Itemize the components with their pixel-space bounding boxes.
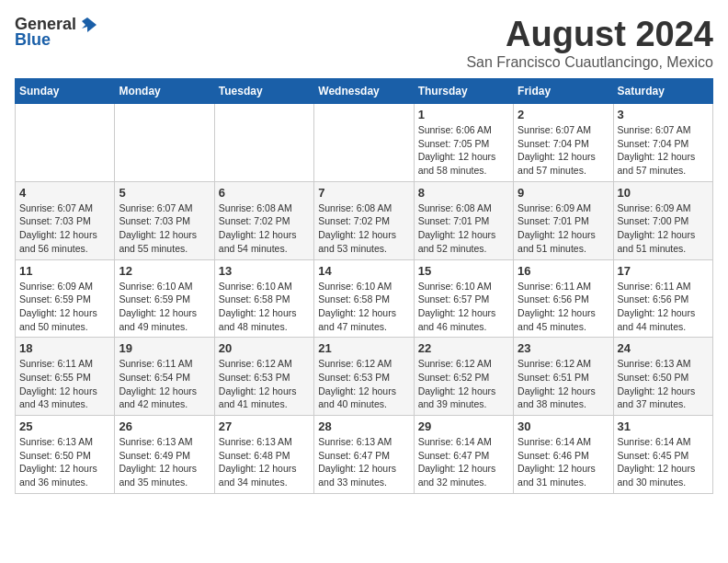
day-number: 16 — [518, 264, 609, 278]
calendar-week-3: 11Sunrise: 6:09 AMSunset: 6:59 PMDayligh… — [16, 259, 713, 338]
day-number: 10 — [618, 186, 709, 200]
day-info: Sunrise: 6:10 AMSunset: 6:59 PMDaylight:… — [119, 280, 210, 334]
day-number: 4 — [19, 186, 110, 200]
calendar-cell: 3Sunrise: 6:07 AMSunset: 7:04 PMDaylight… — [613, 104, 712, 182]
calendar-cell: 20Sunrise: 6:12 AMSunset: 6:53 PMDayligh… — [214, 338, 313, 416]
day-number: 5 — [119, 186, 210, 200]
day-number: 25 — [19, 419, 110, 433]
day-number: 28 — [318, 419, 409, 433]
calendar-cell: 18Sunrise: 6:11 AMSunset: 6:55 PMDayligh… — [16, 338, 115, 416]
day-info: Sunrise: 6:10 AMSunset: 6:58 PMDaylight:… — [318, 280, 409, 334]
calendar-cell: 23Sunrise: 6:12 AMSunset: 6:51 PMDayligh… — [514, 338, 613, 416]
day-info: Sunrise: 6:12 AMSunset: 6:53 PMDaylight:… — [219, 357, 310, 411]
calendar-cell: 14Sunrise: 6:10 AMSunset: 6:58 PMDayligh… — [314, 259, 414, 338]
svg-marker-0 — [82, 17, 97, 32]
day-info: Sunrise: 6:08 AMSunset: 7:01 PMDaylight:… — [418, 201, 509, 256]
day-number: 9 — [518, 186, 609, 200]
logo-bird-icon — [78, 16, 97, 34]
calendar-cell: 12Sunrise: 6:10 AMSunset: 6:59 PMDayligh… — [115, 259, 214, 338]
day-number: 19 — [119, 341, 210, 355]
calendar-cell: 6Sunrise: 6:08 AMSunset: 7:02 PMDaylight… — [214, 181, 313, 259]
day-info: Sunrise: 6:12 AMSunset: 6:53 PMDaylight:… — [318, 357, 409, 411]
calendar-cell: 21Sunrise: 6:12 AMSunset: 6:53 PMDayligh… — [314, 338, 414, 416]
calendar-cell: 9Sunrise: 6:09 AMSunset: 7:01 PMDaylight… — [514, 181, 613, 259]
day-number: 31 — [618, 419, 709, 433]
col-header-monday: Monday — [115, 79, 214, 104]
calendar-location: San Francisco Cuautlancingo, Mexico — [466, 54, 713, 71]
col-header-tuesday: Tuesday — [214, 79, 313, 104]
day-number: 27 — [219, 419, 310, 433]
col-header-friday: Friday — [514, 79, 613, 104]
day-info: Sunrise: 6:14 AMSunset: 6:45 PMDaylight:… — [618, 435, 709, 489]
day-info: Sunrise: 6:08 AMSunset: 7:02 PMDaylight:… — [219, 201, 310, 256]
day-info: Sunrise: 6:10 AMSunset: 6:57 PMDaylight:… — [418, 280, 509, 334]
day-number: 14 — [318, 264, 409, 278]
calendar-week-4: 18Sunrise: 6:11 AMSunset: 6:55 PMDayligh… — [16, 338, 713, 416]
calendar-cell: 2Sunrise: 6:07 AMSunset: 7:04 PMDaylight… — [514, 104, 613, 182]
calendar-cell: 30Sunrise: 6:14 AMSunset: 6:46 PMDayligh… — [514, 416, 613, 494]
day-info: Sunrise: 6:12 AMSunset: 6:52 PMDaylight:… — [418, 357, 509, 411]
logo: General Blue — [15, 15, 97, 50]
day-number: 1 — [418, 108, 509, 121]
day-info: Sunrise: 6:06 AMSunset: 7:05 PMDaylight:… — [418, 123, 509, 178]
calendar-cell: 24Sunrise: 6:13 AMSunset: 6:50 PMDayligh… — [613, 338, 712, 416]
day-info: Sunrise: 6:07 AMSunset: 7:04 PMDaylight:… — [618, 123, 709, 178]
day-number: 17 — [618, 264, 709, 278]
calendar-cell — [314, 104, 414, 182]
day-number: 8 — [418, 186, 509, 200]
day-info: Sunrise: 6:11 AMSunset: 6:55 PMDaylight:… — [19, 357, 110, 411]
calendar-title: August 2024 — [466, 15, 713, 54]
calendar-cell: 4Sunrise: 6:07 AMSunset: 7:03 PMDaylight… — [16, 181, 115, 259]
calendar-cell: 5Sunrise: 6:07 AMSunset: 7:03 PMDaylight… — [115, 181, 214, 259]
day-number: 12 — [119, 264, 210, 278]
logo-blue-text: Blue — [15, 30, 51, 50]
day-info: Sunrise: 6:14 AMSunset: 6:46 PMDaylight:… — [518, 435, 609, 489]
day-number: 15 — [418, 264, 509, 278]
day-info: Sunrise: 6:13 AMSunset: 6:50 PMDaylight:… — [618, 357, 709, 411]
day-info: Sunrise: 6:09 AMSunset: 6:59 PMDaylight:… — [19, 280, 110, 334]
calendar-week-2: 4Sunrise: 6:07 AMSunset: 7:03 PMDaylight… — [16, 181, 713, 259]
day-info: Sunrise: 6:09 AMSunset: 7:01 PMDaylight:… — [518, 201, 609, 256]
day-info: Sunrise: 6:07 AMSunset: 7:03 PMDaylight:… — [119, 201, 210, 256]
day-number: 3 — [618, 108, 709, 121]
day-number: 26 — [119, 419, 210, 433]
calendar-header-row: SundayMondayTuesdayWednesdayThursdayFrid… — [16, 79, 713, 104]
calendar-table: SundayMondayTuesdayWednesdayThursdayFrid… — [15, 78, 713, 494]
calendar-week-1: 1Sunrise: 6:06 AMSunset: 7:05 PMDaylight… — [16, 104, 713, 182]
calendar-cell: 17Sunrise: 6:11 AMSunset: 6:56 PMDayligh… — [613, 259, 712, 338]
col-header-sunday: Sunday — [16, 79, 115, 104]
page-header: General Blue August 2024 San Francisco C… — [15, 15, 713, 71]
calendar-cell: 26Sunrise: 6:13 AMSunset: 6:49 PMDayligh… — [115, 416, 214, 494]
day-number: 21 — [318, 341, 409, 355]
day-number: 2 — [518, 108, 609, 121]
day-info: Sunrise: 6:09 AMSunset: 7:00 PMDaylight:… — [618, 201, 709, 256]
calendar-cell: 19Sunrise: 6:11 AMSunset: 6:54 PMDayligh… — [115, 338, 214, 416]
day-number: 29 — [418, 419, 509, 433]
col-header-wednesday: Wednesday — [314, 79, 414, 104]
day-info: Sunrise: 6:13 AMSunset: 6:47 PMDaylight:… — [318, 435, 409, 489]
day-number: 22 — [418, 341, 509, 355]
col-header-saturday: Saturday — [613, 79, 712, 104]
day-number: 30 — [518, 419, 609, 433]
day-info: Sunrise: 6:10 AMSunset: 6:58 PMDaylight:… — [219, 280, 310, 334]
calendar-cell: 13Sunrise: 6:10 AMSunset: 6:58 PMDayligh… — [214, 259, 313, 338]
calendar-cell: 27Sunrise: 6:13 AMSunset: 6:48 PMDayligh… — [214, 416, 313, 494]
day-number: 23 — [518, 341, 609, 355]
day-number: 18 — [19, 341, 110, 355]
title-section: August 2024 San Francisco Cuautlancingo,… — [466, 15, 713, 71]
calendar-cell: 1Sunrise: 6:06 AMSunset: 7:05 PMDaylight… — [414, 104, 513, 182]
day-info: Sunrise: 6:08 AMSunset: 7:02 PMDaylight:… — [318, 201, 409, 256]
day-info: Sunrise: 6:11 AMSunset: 6:56 PMDaylight:… — [518, 280, 609, 334]
day-number: 24 — [618, 341, 709, 355]
calendar-cell: 16Sunrise: 6:11 AMSunset: 6:56 PMDayligh… — [514, 259, 613, 338]
calendar-week-5: 25Sunrise: 6:13 AMSunset: 6:50 PMDayligh… — [16, 416, 713, 494]
calendar-cell — [16, 104, 115, 182]
calendar-cell: 28Sunrise: 6:13 AMSunset: 6:47 PMDayligh… — [314, 416, 414, 494]
calendar-cell: 25Sunrise: 6:13 AMSunset: 6:50 PMDayligh… — [16, 416, 115, 494]
calendar-cell: 15Sunrise: 6:10 AMSunset: 6:57 PMDayligh… — [414, 259, 513, 338]
day-info: Sunrise: 6:07 AMSunset: 7:03 PMDaylight:… — [19, 201, 110, 256]
day-info: Sunrise: 6:11 AMSunset: 6:54 PMDaylight:… — [119, 357, 210, 411]
calendar-cell: 22Sunrise: 6:12 AMSunset: 6:52 PMDayligh… — [414, 338, 513, 416]
calendar-cell — [115, 104, 214, 182]
calendar-cell: 11Sunrise: 6:09 AMSunset: 6:59 PMDayligh… — [16, 259, 115, 338]
